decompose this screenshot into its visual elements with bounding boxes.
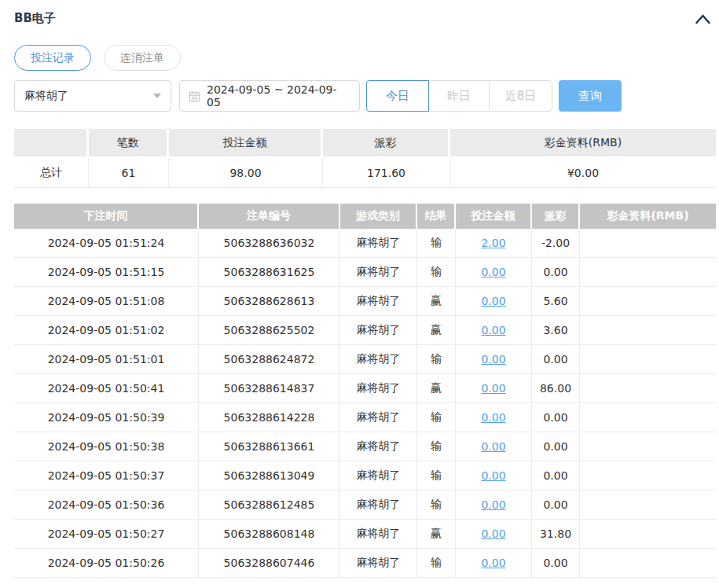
- cell-result: 赢: [417, 316, 456, 345]
- cell-result: 输: [417, 345, 456, 374]
- cell-game-type: 麻将胡了: [340, 229, 417, 258]
- cell-order-no: 5063288614837: [199, 374, 340, 403]
- chevron-down-icon: [153, 94, 161, 98]
- cell-bet-amount: 0.00: [456, 316, 532, 345]
- bet-amount-link[interactable]: 0.00: [481, 295, 505, 307]
- cell-payout: 0.00: [532, 258, 580, 287]
- cell-bonus: [580, 316, 716, 345]
- cell-result: 输: [417, 549, 456, 578]
- tab-cancelled-orders[interactable]: 连消注单: [104, 45, 181, 71]
- cell-game-type: 麻将胡了: [340, 491, 417, 520]
- table-row: 2024-09-05 01:50:275063288608148麻将胡了赢0.0…: [14, 520, 716, 549]
- page-title: BB电子: [14, 11, 56, 26]
- cell-result: 赢: [417, 374, 456, 403]
- bet-amount-link[interactable]: 0.00: [481, 440, 505, 453]
- col-bet-time: 下注时间: [14, 204, 199, 229]
- cell-bet-amount: 0.00: [456, 345, 532, 374]
- bet-amount-link[interactable]: 0.00: [481, 266, 505, 278]
- cell-bet-time: 2024-09-05 01:50:38: [14, 432, 199, 461]
- col-result: 结果: [417, 204, 456, 229]
- calendar-icon: [189, 90, 200, 102]
- cell-bonus: [580, 374, 716, 403]
- table-row: 2024-09-05 01:51:025063288625502麻将胡了赢0.0…: [14, 316, 716, 345]
- cell-bet-amount: 0.00: [456, 491, 532, 520]
- date-range-value: 2024-09-05 ~ 2024-09-05: [207, 83, 350, 108]
- cell-game-type: 麻将胡了: [340, 345, 417, 374]
- cell-payout: 0.00: [532, 403, 580, 432]
- summary-total-row: 总计 61 98.00 171.60 ¥0.00: [14, 158, 716, 188]
- cell-result: 输: [417, 432, 456, 461]
- cell-bonus: [580, 229, 716, 258]
- col-bonus: 彩金资料(RMB): [580, 204, 716, 229]
- bet-amount-link[interactable]: 0.00: [481, 498, 505, 511]
- cell-bet-time: 2024-09-05 01:51:24: [14, 229, 199, 258]
- table-row: 2024-09-05 01:50:415063288614837麻将胡了赢0.0…: [14, 374, 716, 403]
- summary-total-count: 61: [89, 158, 169, 188]
- cell-bet-time: 2024-09-05 01:51:08: [14, 287, 199, 316]
- quick-range-yesterday[interactable]: 昨日: [428, 80, 490, 112]
- date-range-picker[interactable]: 2024-09-05 ~ 2024-09-05: [179, 80, 360, 112]
- cell-payout: 3.60: [532, 316, 580, 345]
- bet-amount-link[interactable]: 0.00: [481, 324, 505, 336]
- cell-bet-amount: 0.00: [456, 258, 532, 287]
- chevron-up-icon: [695, 15, 711, 27]
- summary-header-row: 笔数 投注金额 派彩 彩金资料(RMB): [14, 129, 716, 158]
- bet-amount-link[interactable]: 2.00: [481, 237, 505, 249]
- cell-order-no: 5063288624872: [199, 345, 340, 374]
- bet-amount-link[interactable]: 0.00: [481, 469, 505, 482]
- table-row: 2024-09-05 01:51:015063288624872麻将胡了输0.0…: [14, 345, 716, 374]
- cell-bonus: [580, 491, 716, 520]
- collapse-button[interactable]: [695, 13, 711, 24]
- cell-bet-time: 2024-09-05 01:50:37: [14, 461, 199, 491]
- summary-col-count: 笔数: [89, 129, 169, 158]
- cell-bet-time: 2024-09-05 01:50:39: [14, 403, 199, 432]
- cell-bet-time: 2024-09-05 01:50:36: [14, 491, 199, 520]
- search-button[interactable]: 查询: [559, 80, 622, 112]
- cell-bonus: [580, 461, 716, 491]
- cell-game-type: 麻将胡了: [340, 432, 417, 461]
- quick-range-last8days[interactable]: 近8日: [489, 80, 552, 112]
- cell-bet-time: 2024-09-05 01:50:27: [14, 520, 199, 549]
- cell-payout: 0.00: [532, 432, 580, 461]
- cell-bet-time: 2024-09-05 01:50:41: [14, 374, 199, 403]
- cell-bonus: [580, 258, 716, 287]
- bet-amount-link[interactable]: 0.00: [481, 382, 505, 395]
- table-row: 2024-09-05 01:50:375063288613049麻将胡了输0.0…: [14, 461, 716, 491]
- cell-bonus: [580, 403, 716, 432]
- col-order-no: 注单编号: [199, 204, 340, 229]
- cell-bet-amount: 2.00: [456, 229, 532, 258]
- summary-total-label: 总计: [14, 158, 89, 188]
- cell-order-no: 5063288625502: [199, 316, 340, 345]
- tab-bet-records[interactable]: 投注记录: [14, 45, 91, 71]
- bet-amount-link[interactable]: 0.00: [481, 527, 505, 540]
- table-row: 2024-09-05 01:51:155063288631625麻将胡了输0.0…: [14, 258, 716, 287]
- cell-bet-amount: 0.00: [456, 549, 532, 578]
- col-game-type: 游戏类别: [340, 204, 417, 229]
- cell-game-type: 麻将胡了: [340, 316, 417, 345]
- bet-amount-link[interactable]: 0.00: [481, 557, 505, 569]
- cell-bet-amount: 0.00: [456, 374, 532, 403]
- table-row: 2024-09-05 01:50:385063288613661麻将胡了输0.0…: [14, 432, 716, 461]
- cell-game-type: 麻将胡了: [340, 520, 417, 549]
- table-header-row: 下注时间 注单编号 游戏类别 结果 投注金额 派彩 彩金资料(RMB): [14, 204, 716, 229]
- quick-range-today[interactable]: 今日: [366, 80, 429, 112]
- cell-bet-time: 2024-09-05 01:50:26: [14, 549, 199, 578]
- cell-bonus: [580, 432, 716, 461]
- cell-payout: 0.00: [532, 549, 580, 578]
- cell-payout: 5.60: [532, 287, 580, 316]
- tab-bar: 投注记录 连消注单: [14, 45, 717, 71]
- summary-table: 笔数 投注金额 派彩 彩金资料(RMB) 总计 61 98.00 171.60 …: [14, 129, 716, 188]
- filter-bar: 麻将胡了 2024-09-05 ~ 2024-09-05 今日 昨日 近8日: [14, 80, 717, 112]
- table-row: 2024-09-05 01:51:245063288636032麻将胡了输2.0…: [14, 229, 716, 258]
- cell-bonus: [580, 287, 716, 316]
- game-select[interactable]: 麻将胡了: [14, 80, 171, 112]
- cell-bet-time: 2024-09-05 01:51:01: [14, 345, 199, 374]
- bet-amount-link[interactable]: 0.00: [481, 353, 505, 366]
- quick-range-group: 今日 昨日 近8日: [366, 80, 552, 112]
- summary-total-payout: 171.60: [323, 158, 450, 188]
- cell-order-no: 5063288612485: [199, 491, 340, 520]
- cell-bet-time: 2024-09-05 01:51:02: [14, 316, 199, 345]
- bet-amount-link[interactable]: 0.00: [481, 411, 505, 424]
- cell-order-no: 5063288614228: [199, 403, 340, 432]
- cell-game-type: 麻将胡了: [340, 287, 417, 316]
